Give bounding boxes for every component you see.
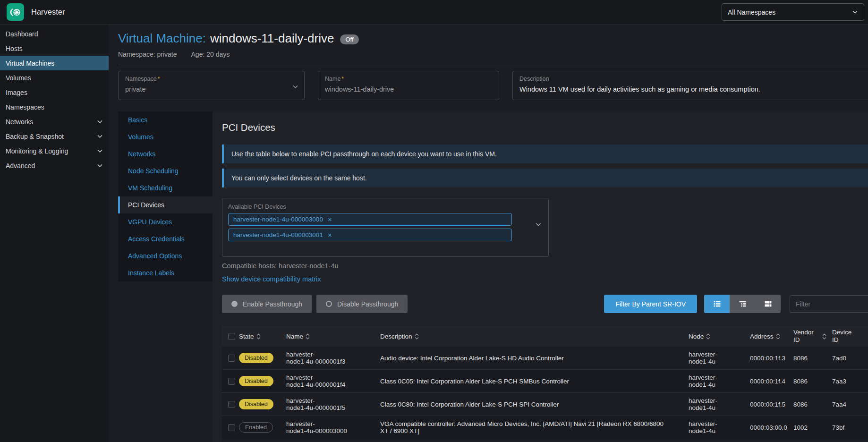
node-cell: harvester-node1-4u	[689, 420, 750, 434]
row-checkbox[interactable]	[228, 378, 235, 385]
chevron-down-icon	[852, 9, 858, 15]
pci-devices-table: StateNameDescriptionNodeAddressVendor ID…	[222, 326, 868, 442]
pci-select-label: Available PCI Devices	[228, 204, 543, 210]
compatibility-matrix-link[interactable]: Show device compatibility matrix	[222, 275, 321, 283]
tab-advanced-options[interactable]: Advanced Options	[118, 247, 213, 264]
row-checkbox[interactable]	[228, 401, 235, 408]
vm-namespace: Namespace: private	[118, 51, 177, 58]
name-field-value: windows-11-daily-drive	[325, 85, 492, 93]
vm-age: Age: 20 days	[191, 51, 230, 58]
vm-form-row: Namespace* private Name* windows-11-dail…	[118, 71, 868, 100]
sidebar-item-backup-snapshot[interactable]: Backup & Snapshot	[0, 129, 109, 144]
node-cell: harvester-node1-4u	[689, 374, 750, 388]
tab-instance-labels[interactable]: Instance Labels	[118, 264, 213, 281]
app-root: Harvester All Namespaces DashboardHostsV…	[0, 0, 868, 442]
state-badge: Enabled	[239, 422, 273, 433]
vendor-id-cell: 8086	[793, 378, 832, 385]
tab-pci-devices[interactable]: PCI Devices	[118, 196, 213, 213]
sidebar-item-dashboard[interactable]: Dashboard	[0, 26, 109, 41]
tab-basics[interactable]: Basics	[118, 111, 213, 128]
disable-passthrough-button[interactable]: Disable Passthrough	[316, 295, 408, 313]
table-body: Disabledharvester-node1-4u-0000001f3Audi…	[222, 347, 868, 442]
sidebar: DashboardHostsVirtual MachinesVolumesIma…	[0, 25, 109, 442]
device-name-cell: harvester-node1-4u-0000001f3	[286, 351, 380, 365]
panel-heading: PCI Devices	[222, 122, 868, 133]
column-header-device-id[interactable]: Device ID	[832, 329, 868, 343]
column-header-address[interactable]: Address	[750, 333, 793, 340]
device-description-cell: Class 0C05: Intel Corporation Alder Lake…	[380, 378, 689, 385]
column-header-node[interactable]: Node	[689, 333, 750, 340]
divider	[118, 65, 868, 65]
sidebar-item-images[interactable]: Images	[0, 85, 109, 100]
name-field-label: Name	[325, 76, 340, 82]
sidebar-item-hosts[interactable]: Hosts	[0, 41, 109, 56]
tab-access-credentials[interactable]: Access Credentials	[118, 230, 213, 247]
device-id-cell: 7aa3	[832, 378, 868, 385]
compatible-hosts-text: Compatible hosts: harvester-node1-4u	[222, 262, 868, 270]
chip-close-icon[interactable]: ×	[328, 231, 332, 238]
device-id-cell: 7ad0	[832, 355, 868, 362]
brand-title: Harvester	[31, 8, 65, 17]
tab-vm-scheduling[interactable]: VM Scheduling	[118, 179, 213, 196]
tab-vgpu-devices[interactable]: VGPU Devices	[118, 213, 213, 230]
grouped-view-button[interactable]	[730, 295, 755, 313]
column-header-state[interactable]: State	[239, 333, 286, 340]
tab-volumes[interactable]: Volumes	[118, 128, 213, 145]
table-row: Disabledharvester-node1-4u-0000001f4Clas…	[222, 370, 868, 393]
sidebar-item-monitoring-logging[interactable]: Monitoring & Logging	[0, 144, 109, 158]
address-cell: 0000:00:1f.3	[750, 355, 793, 362]
view-mode-toggle-group	[704, 295, 781, 313]
required-asterisk: *	[158, 76, 160, 82]
chevron-down-icon	[292, 84, 298, 90]
table-row: Enabledharvester-node1-4u-000003000VGA c…	[222, 416, 868, 439]
table-filter-input[interactable]	[790, 295, 868, 313]
required-asterisk: *	[341, 76, 344, 82]
filled-circle-icon	[231, 301, 238, 307]
description-field-label: Description	[519, 76, 549, 82]
state-badge: Disabled	[239, 399, 273, 409]
device-name-cell: harvester-node1-4u-0000001f4	[286, 374, 380, 388]
table-row: Disabledharvester-node1-4u-0000001f3Audi…	[222, 347, 868, 370]
address-cell: 0000:00:1f.4	[750, 378, 793, 385]
tab-node-scheduling[interactable]: Node Scheduling	[118, 162, 213, 179]
vendor-id-cell: 8086	[793, 355, 832, 362]
chevron-down-icon	[97, 133, 103, 139]
chip-close-icon[interactable]: ×	[328, 216, 332, 223]
select-all-checkbox[interactable]	[228, 333, 235, 340]
name-field[interactable]: Name* windows-11-daily-drive	[318, 71, 499, 100]
column-header-description[interactable]: Description	[380, 333, 689, 340]
tab-networks[interactable]: Networks	[118, 145, 213, 162]
sort-icon	[776, 333, 780, 340]
device-id-cell: 7aa4	[832, 401, 868, 408]
filter-by-parent-sriov-button[interactable]: Filter By Parent SR-IOV	[604, 295, 697, 313]
column-header-vendor-id[interactable]: Vendor ID	[793, 329, 832, 343]
namespace-field[interactable]: Namespace* private	[118, 71, 305, 100]
description-field[interactable]: Description Windows 11 VM used for daily…	[512, 71, 868, 100]
sidebar-item-virtual-machines[interactable]: Virtual Machines	[0, 56, 109, 70]
table-header-row: StateNameDescriptionNodeAddressVendor ID…	[222, 326, 868, 347]
device-description-cell: Class 0C80: Intel Corporation Alder Lake…	[380, 401, 689, 408]
sidebar-item-networks[interactable]: Networks	[0, 114, 109, 129]
top-header: Harvester All Namespaces	[0, 0, 868, 25]
list-view-button[interactable]	[704, 295, 730, 313]
card-view-button[interactable]	[755, 295, 781, 313]
sidebar-item-advanced[interactable]: Advanced	[0, 158, 109, 173]
chevron-down-icon	[97, 148, 103, 154]
row-checkbox[interactable]	[228, 424, 235, 431]
sort-icon	[256, 333, 261, 340]
sidebar-item-namespaces[interactable]: Namespaces	[0, 100, 109, 114]
enable-passthrough-button[interactable]: Enable Passthrough	[222, 295, 312, 313]
vm-status-badge: Off	[340, 34, 358, 44]
device-description-cell: Audio device: Intel Corporation Alder La…	[380, 355, 689, 362]
column-header-name[interactable]: Name	[286, 333, 380, 340]
node-cell: harvester-node1-4u	[689, 397, 750, 411]
sidebar-item-volumes[interactable]: Volumes	[0, 70, 109, 85]
namespace-filter-dropdown[interactable]: All Namespaces	[722, 3, 864, 21]
sort-icon	[822, 333, 826, 340]
sort-icon	[415, 333, 419, 340]
row-checkbox[interactable]	[228, 355, 235, 362]
card-view-icon	[764, 300, 772, 308]
chevron-down-icon	[97, 119, 103, 125]
device-id-cell: 73bf	[832, 424, 868, 431]
available-pci-devices-select[interactable]: Available PCI Devices harvester-node1-4u…	[222, 198, 549, 257]
